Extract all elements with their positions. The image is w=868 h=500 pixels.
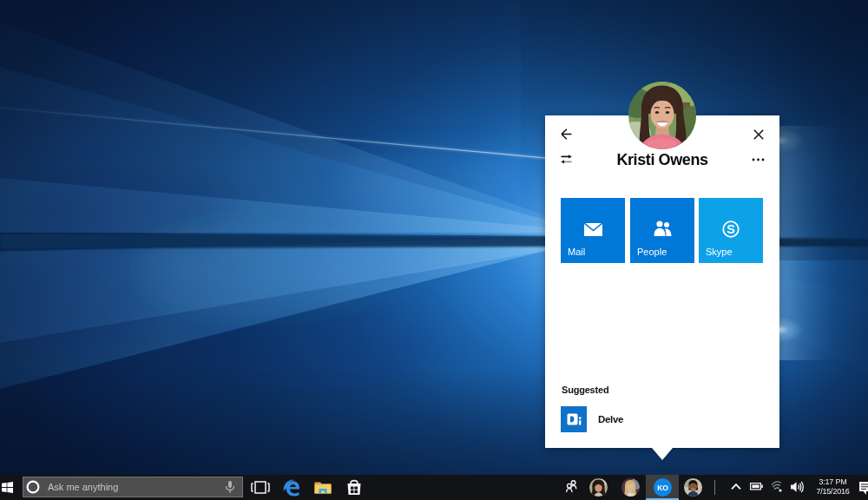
svg-text:KO: KO — [657, 484, 668, 492]
svg-text:S: S — [727, 222, 735, 236]
